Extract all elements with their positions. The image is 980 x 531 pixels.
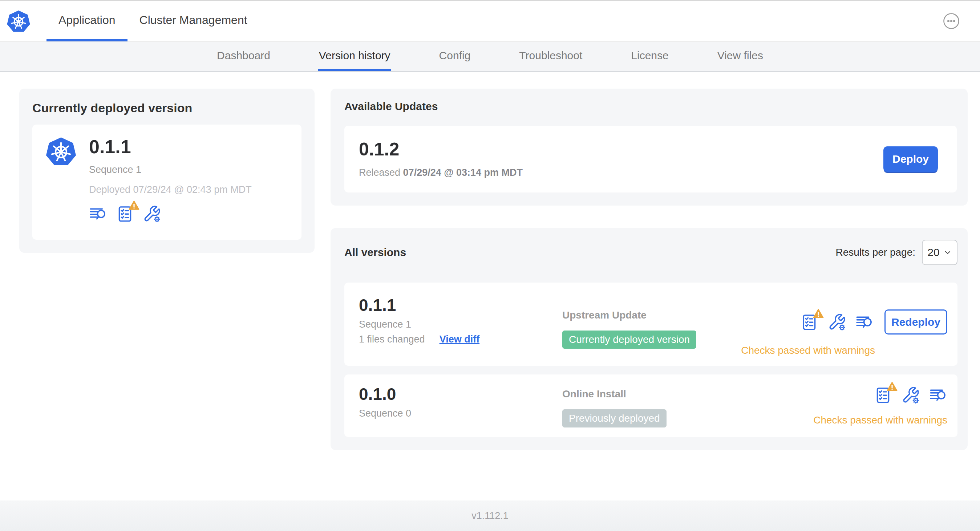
version-source: Upstream Update Currently deployed versi… [562, 310, 741, 349]
ellipsis-icon [943, 13, 960, 29]
version-sequence: Sequence 0 [359, 408, 562, 419]
files-changed-line: 1 files changed View diff [359, 334, 562, 345]
kots-admin-console: Application Cluster Management Dashboard… [0, 0, 980, 531]
warning-triangle-icon [128, 200, 140, 211]
top-navbar: Application Cluster Management [0, 1, 980, 42]
version-row-0-1-1: 0.1.1 Sequence 1 1 files changed View di… [344, 283, 958, 366]
chevron-down-icon [943, 248, 952, 257]
version-source: Online Install Previously deployed [562, 388, 813, 428]
view-diff-logs-icon[interactable] [89, 205, 107, 223]
currently-deployed-heading: Currently deployed version [32, 101, 301, 115]
version-number: 0.1.0 [359, 385, 562, 403]
app-subnav: Dashboard Version history Config Trouble… [0, 42, 980, 72]
update-version-number: 0.1.2 [359, 140, 523, 159]
preflight-checklist-icon[interactable] [800, 313, 818, 331]
subnav-tab-version-history[interactable]: Version history [318, 42, 391, 71]
available-updates-heading: Available Updates [344, 100, 957, 113]
version-sequence: Sequence 1 [359, 319, 562, 330]
version-info: 0.1.1 Sequence 1 1 files changed View di… [359, 296, 562, 345]
warning-triangle-icon [886, 381, 898, 392]
version-number: 0.1.1 [359, 296, 562, 314]
available-update-info: 0.1.2 Released 07/29/24 @ 03:14 pm MDT [359, 140, 523, 178]
console-version: v1.112.1 [471, 510, 509, 521]
all-versions-header: All versions Results per page: 20 [344, 240, 958, 265]
subnav-tab-troubleshoot[interactable]: Troubleshoot [518, 42, 583, 71]
files-changed-label: 1 files changed [359, 334, 425, 345]
all-versions-card: All versions Results per page: 20 0.1.1 … [331, 228, 968, 450]
view-diff-logs-icon[interactable] [929, 386, 947, 404]
version-info: 0.1.0 Sequence 0 [359, 385, 562, 419]
kubernetes-logo-icon [6, 1, 30, 41]
edit-config-icon[interactable] [828, 313, 846, 331]
version-source-label: Upstream Update [562, 310, 741, 321]
version-actions: Redeploy Checks passed with warnings [741, 310, 947, 356]
version-source-label: Online Install [562, 388, 813, 400]
available-updates-card: Available Updates 0.1.2 Released 07/29/2… [331, 89, 968, 205]
edit-config-icon[interactable] [143, 205, 161, 223]
update-released-timestamp: Released 07/29/24 @ 03:14 pm MDT [359, 167, 523, 178]
top-nav-tabs: Application Cluster Management [46, 1, 259, 41]
current-deployed-timestamp: Deployed 07/29/24 @ 02:43 pm MDT [89, 184, 252, 196]
main-content: Currently deployed version 0.1.1 Sequenc… [0, 72, 980, 450]
view-diff-link[interactable]: View diff [439, 334, 480, 345]
version-row-0-1-0: 0.1.0 Sequence 0 Online Install Previous… [344, 374, 958, 437]
tab-cluster-management-label: Cluster Management [140, 13, 247, 27]
version-actions-line [874, 386, 947, 404]
preflight-status-text[interactable]: Checks passed with warnings [741, 345, 875, 356]
overflow-menu-button[interactable] [943, 13, 960, 29]
subnav-tab-dashboard[interactable]: Dashboard [216, 42, 271, 71]
currently-deployed-card: Currently deployed version 0.1.1 Sequenc… [19, 89, 315, 253]
results-per-page: Results per page: 20 [836, 240, 958, 265]
current-version-actions [89, 205, 252, 223]
version-actions: Checks passed with warnings [813, 386, 947, 426]
tab-application[interactable]: Application [46, 1, 127, 41]
currently-deployed-version-card: 0.1.1 Sequence 1 Deployed 07/29/24 @ 02:… [32, 125, 301, 240]
subnav-tab-view-files[interactable]: View files [717, 42, 764, 71]
currently-deployed-details: 0.1.1 Sequence 1 Deployed 07/29/24 @ 02:… [89, 137, 252, 223]
subnav-tab-config[interactable]: Config [438, 42, 471, 71]
all-versions-heading: All versions [344, 246, 406, 259]
results-per-page-label: Results per page: [836, 246, 915, 258]
app-kubernetes-logo-icon [45, 137, 76, 167]
results-per-page-select[interactable]: 20 [922, 240, 958, 265]
current-version-number: 0.1.1 [89, 137, 252, 157]
right-column: Available Updates 0.1.2 Released 07/29/2… [331, 89, 968, 450]
preflight-checklist-icon[interactable] [116, 205, 134, 223]
view-diff-logs-icon[interactable] [856, 313, 873, 331]
version-actions-line: Redeploy [800, 310, 947, 334]
edit-config-icon[interactable] [902, 386, 920, 404]
status-badge: Previously deployed [562, 409, 667, 428]
subnav-tab-license[interactable]: License [630, 42, 669, 71]
current-sequence: Sequence 1 [89, 164, 252, 175]
redeploy-button[interactable]: Redeploy [885, 310, 947, 334]
status-badge: Currently deployed version [562, 331, 696, 349]
tab-cluster-management[interactable]: Cluster Management [127, 1, 259, 41]
preflight-status-text[interactable]: Checks passed with warnings [813, 414, 947, 426]
deploy-button[interactable]: Deploy [883, 146, 938, 172]
warning-triangle-icon [813, 308, 824, 319]
available-update-row: 0.1.2 Released 07/29/24 @ 03:14 pm MDT D… [344, 126, 957, 192]
preflight-checklist-icon[interactable] [874, 386, 892, 404]
tab-application-label: Application [59, 13, 116, 27]
results-per-page-value: 20 [928, 246, 939, 259]
console-footer: v1.112.1 [0, 501, 980, 531]
